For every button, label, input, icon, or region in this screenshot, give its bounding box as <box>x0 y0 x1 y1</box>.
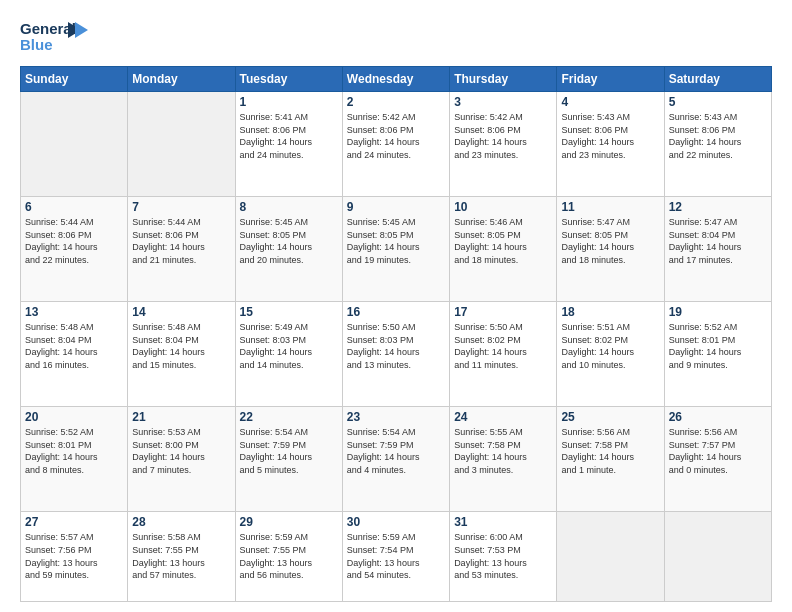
svg-marker-3 <box>75 22 88 38</box>
day-number: 13 <box>25 305 123 319</box>
day-number: 15 <box>240 305 338 319</box>
calendar-cell: 8Sunrise: 5:45 AM Sunset: 8:05 PM Daylig… <box>235 197 342 302</box>
day-info: Sunrise: 5:49 AM Sunset: 8:03 PM Dayligh… <box>240 321 338 371</box>
calendar-cell: 1Sunrise: 5:41 AM Sunset: 8:06 PM Daylig… <box>235 92 342 197</box>
day-number: 10 <box>454 200 552 214</box>
day-number: 7 <box>132 200 230 214</box>
day-number: 4 <box>561 95 659 109</box>
day-number: 27 <box>25 515 123 529</box>
day-info: Sunrise: 5:59 AM Sunset: 7:55 PM Dayligh… <box>240 531 338 581</box>
day-info: Sunrise: 5:58 AM Sunset: 7:55 PM Dayligh… <box>132 531 230 581</box>
calendar-cell: 17Sunrise: 5:50 AM Sunset: 8:02 PM Dayli… <box>450 302 557 407</box>
day-number: 6 <box>25 200 123 214</box>
calendar-table: SundayMondayTuesdayWednesdayThursdayFrid… <box>20 66 772 602</box>
calendar-cell: 22Sunrise: 5:54 AM Sunset: 7:59 PM Dayli… <box>235 407 342 512</box>
day-number: 24 <box>454 410 552 424</box>
day-info: Sunrise: 5:50 AM Sunset: 8:02 PM Dayligh… <box>454 321 552 371</box>
weekday-header-sunday: Sunday <box>21 67 128 92</box>
calendar-cell: 21Sunrise: 5:53 AM Sunset: 8:00 PM Dayli… <box>128 407 235 512</box>
calendar-cell: 29Sunrise: 5:59 AM Sunset: 7:55 PM Dayli… <box>235 512 342 602</box>
calendar-cell: 14Sunrise: 5:48 AM Sunset: 8:04 PM Dayli… <box>128 302 235 407</box>
day-number: 30 <box>347 515 445 529</box>
day-info: Sunrise: 5:55 AM Sunset: 7:58 PM Dayligh… <box>454 426 552 476</box>
day-number: 25 <box>561 410 659 424</box>
calendar-cell: 9Sunrise: 5:45 AM Sunset: 8:05 PM Daylig… <box>342 197 449 302</box>
svg-text:General: General <box>20 20 76 37</box>
day-number: 2 <box>347 95 445 109</box>
day-info: Sunrise: 5:47 AM Sunset: 8:04 PM Dayligh… <box>669 216 767 266</box>
calendar-cell: 28Sunrise: 5:58 AM Sunset: 7:55 PM Dayli… <box>128 512 235 602</box>
calendar-cell: 26Sunrise: 5:56 AM Sunset: 7:57 PM Dayli… <box>664 407 771 512</box>
header: GeneralBlue <box>20 18 772 56</box>
weekday-header-thursday: Thursday <box>450 67 557 92</box>
logo: GeneralBlue <box>20 18 90 56</box>
day-number: 17 <box>454 305 552 319</box>
day-info: Sunrise: 6:00 AM Sunset: 7:53 PM Dayligh… <box>454 531 552 581</box>
day-number: 9 <box>347 200 445 214</box>
day-info: Sunrise: 5:48 AM Sunset: 8:04 PM Dayligh… <box>132 321 230 371</box>
calendar-cell <box>128 92 235 197</box>
weekday-header-friday: Friday <box>557 67 664 92</box>
calendar-cell: 19Sunrise: 5:52 AM Sunset: 8:01 PM Dayli… <box>664 302 771 407</box>
calendar-cell: 16Sunrise: 5:50 AM Sunset: 8:03 PM Dayli… <box>342 302 449 407</box>
day-info: Sunrise: 5:43 AM Sunset: 8:06 PM Dayligh… <box>561 111 659 161</box>
day-info: Sunrise: 5:59 AM Sunset: 7:54 PM Dayligh… <box>347 531 445 581</box>
page: GeneralBlue SundayMondayTuesdayWednesday… <box>0 0 792 612</box>
day-number: 18 <box>561 305 659 319</box>
calendar-cell <box>664 512 771 602</box>
calendar-cell: 18Sunrise: 5:51 AM Sunset: 8:02 PM Dayli… <box>557 302 664 407</box>
day-info: Sunrise: 5:44 AM Sunset: 8:06 PM Dayligh… <box>25 216 123 266</box>
day-info: Sunrise: 5:48 AM Sunset: 8:04 PM Dayligh… <box>25 321 123 371</box>
weekday-header-monday: Monday <box>128 67 235 92</box>
calendar-cell: 27Sunrise: 5:57 AM Sunset: 7:56 PM Dayli… <box>21 512 128 602</box>
calendar-week-row: 20Sunrise: 5:52 AM Sunset: 8:01 PM Dayli… <box>21 407 772 512</box>
calendar-cell: 30Sunrise: 5:59 AM Sunset: 7:54 PM Dayli… <box>342 512 449 602</box>
day-number: 12 <box>669 200 767 214</box>
day-number: 28 <box>132 515 230 529</box>
day-number: 16 <box>347 305 445 319</box>
calendar-week-row: 6Sunrise: 5:44 AM Sunset: 8:06 PM Daylig… <box>21 197 772 302</box>
calendar-week-row: 27Sunrise: 5:57 AM Sunset: 7:56 PM Dayli… <box>21 512 772 602</box>
day-info: Sunrise: 5:42 AM Sunset: 8:06 PM Dayligh… <box>454 111 552 161</box>
calendar-cell <box>557 512 664 602</box>
svg-text:Blue: Blue <box>20 36 53 53</box>
day-number: 1 <box>240 95 338 109</box>
day-info: Sunrise: 5:47 AM Sunset: 8:05 PM Dayligh… <box>561 216 659 266</box>
day-info: Sunrise: 5:56 AM Sunset: 7:57 PM Dayligh… <box>669 426 767 476</box>
calendar-cell: 25Sunrise: 5:56 AM Sunset: 7:58 PM Dayli… <box>557 407 664 512</box>
calendar-cell: 24Sunrise: 5:55 AM Sunset: 7:58 PM Dayli… <box>450 407 557 512</box>
day-info: Sunrise: 5:56 AM Sunset: 7:58 PM Dayligh… <box>561 426 659 476</box>
day-number: 23 <box>347 410 445 424</box>
day-number: 21 <box>132 410 230 424</box>
weekday-header-saturday: Saturday <box>664 67 771 92</box>
calendar-cell <box>21 92 128 197</box>
calendar-cell: 31Sunrise: 6:00 AM Sunset: 7:53 PM Dayli… <box>450 512 557 602</box>
calendar-cell: 3Sunrise: 5:42 AM Sunset: 8:06 PM Daylig… <box>450 92 557 197</box>
day-number: 20 <box>25 410 123 424</box>
day-number: 26 <box>669 410 767 424</box>
day-number: 29 <box>240 515 338 529</box>
calendar-cell: 12Sunrise: 5:47 AM Sunset: 8:04 PM Dayli… <box>664 197 771 302</box>
calendar-cell: 23Sunrise: 5:54 AM Sunset: 7:59 PM Dayli… <box>342 407 449 512</box>
day-info: Sunrise: 5:54 AM Sunset: 7:59 PM Dayligh… <box>347 426 445 476</box>
day-info: Sunrise: 5:57 AM Sunset: 7:56 PM Dayligh… <box>25 531 123 581</box>
day-info: Sunrise: 5:42 AM Sunset: 8:06 PM Dayligh… <box>347 111 445 161</box>
day-number: 22 <box>240 410 338 424</box>
day-info: Sunrise: 5:54 AM Sunset: 7:59 PM Dayligh… <box>240 426 338 476</box>
logo-svg: GeneralBlue <box>20 18 90 56</box>
day-number: 31 <box>454 515 552 529</box>
weekday-header-wednesday: Wednesday <box>342 67 449 92</box>
calendar-cell: 5Sunrise: 5:43 AM Sunset: 8:06 PM Daylig… <box>664 92 771 197</box>
day-number: 3 <box>454 95 552 109</box>
day-number: 14 <box>132 305 230 319</box>
calendar-cell: 4Sunrise: 5:43 AM Sunset: 8:06 PM Daylig… <box>557 92 664 197</box>
day-info: Sunrise: 5:44 AM Sunset: 8:06 PM Dayligh… <box>132 216 230 266</box>
day-info: Sunrise: 5:46 AM Sunset: 8:05 PM Dayligh… <box>454 216 552 266</box>
calendar-cell: 20Sunrise: 5:52 AM Sunset: 8:01 PM Dayli… <box>21 407 128 512</box>
day-info: Sunrise: 5:45 AM Sunset: 8:05 PM Dayligh… <box>240 216 338 266</box>
calendar-week-row: 13Sunrise: 5:48 AM Sunset: 8:04 PM Dayli… <box>21 302 772 407</box>
day-info: Sunrise: 5:51 AM Sunset: 8:02 PM Dayligh… <box>561 321 659 371</box>
calendar-cell: 15Sunrise: 5:49 AM Sunset: 8:03 PM Dayli… <box>235 302 342 407</box>
day-info: Sunrise: 5:41 AM Sunset: 8:06 PM Dayligh… <box>240 111 338 161</box>
day-number: 8 <box>240 200 338 214</box>
